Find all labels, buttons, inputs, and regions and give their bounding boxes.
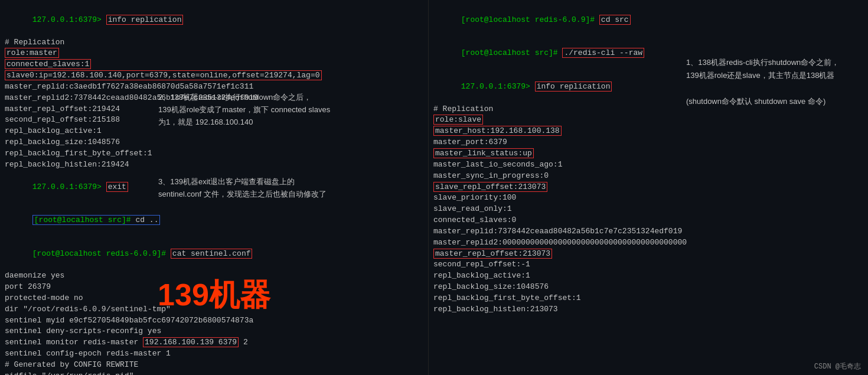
r-line-8: master_link_status:up <box>433 148 863 159</box>
prompt: 127.0.0.1:6379> <box>32 15 106 24</box>
r-line-15: master_replid:7378442ceaad80482a56b1c7e7… <box>433 226 863 237</box>
screen: 127.0.0.1:6379> info replication # Repli… <box>0 0 868 375</box>
line-12: repl_backlog_first_byte_offset:1 <box>5 148 423 159</box>
r-line-1: [root@localhost redis-6.0.9]# cd src <box>433 4 863 37</box>
line-26: pidfile "/var/run/redis.pid" <box>5 371 423 375</box>
r-cmd-1: cd src <box>599 15 631 25</box>
exit-cmd: exit <box>106 182 128 192</box>
r-cmd-2: ./redis-cli --raw <box>562 48 644 58</box>
r-prompt-1: [root@localhost redis-6.0.9]# <box>461 15 599 24</box>
r-line-18: second_repl_offset:-1 <box>433 259 863 270</box>
line-2: # Replication <box>5 37 423 48</box>
slave0: slave0:ip=192.168.100.140,port=6379,stat… <box>5 70 322 80</box>
r-prompt-2: [root@localhost src]# <box>461 48 563 57</box>
r-line-16: master_replid2:0000000000000000000000000… <box>433 237 863 249</box>
line-24: sentinel config-epoch redis-master 1 <box>5 348 423 360</box>
line-1: 127.0.0.1:6379> info replication <box>5 4 423 37</box>
r-slave-repl-offset: slave_repl_offset:213073 <box>433 182 547 192</box>
big-label: 139机器 <box>158 275 270 316</box>
r-link-status: master_link_status:up <box>433 148 534 158</box>
r-role-slave: role:slave <box>433 115 483 125</box>
r-line-12: slave_priority:100 <box>433 193 863 204</box>
r-line-7: master_port:6379 <box>433 137 863 148</box>
line-23: sentinel monitor redis-master 192.168.10… <box>5 337 423 348</box>
r-line-17: master_repl_offset:213073 <box>433 249 863 260</box>
cmd-highlight: info replication <box>106 15 184 25</box>
right-annotation: 1、138机器redis-cli执行shutdown命令之前， 139机器rol… <box>686 56 863 108</box>
annotation-2: 2、138机器redis-cli执行shutdown命令之后， 139机器rol… <box>158 92 412 128</box>
csdn-watermark: CSDN @毛奇志 <box>814 361 861 371</box>
r-line-21: repl_backlog_first_byte_offset:1 <box>433 293 863 304</box>
prompt-src: [root@localhost src]# <box>34 216 136 224</box>
r-prompt-3: 127.0.0.1:6379> <box>461 82 535 91</box>
line-3: role:master <box>5 48 423 59</box>
line-22: sentinel deny-scripts-reconfig yes <box>5 326 423 337</box>
role-master: role:master <box>5 48 59 58</box>
line-13: repl_backlog_histlen:219424 <box>5 159 423 171</box>
monitor-ip: 192.168.100.139 6379 <box>143 337 239 347</box>
cat-sentinel: cat sentinel.conf <box>171 249 253 259</box>
r-line-9: master_last_io_seconds_ago:1 <box>433 159 863 171</box>
right-terminal: [root@localhost redis-6.0.9]# cd src [ro… <box>428 0 868 375</box>
line-15: [root@localhost src]# cd .. <box>5 204 423 237</box>
line-25: # Generated by CONFIG REWRITE <box>5 360 423 371</box>
left-terminal: 127.0.0.1:6379> info replication # Repli… <box>0 0 428 375</box>
r-line-5: role:slave <box>433 115 863 126</box>
prompt-redis: [root@localhost redis-6.0.9]# <box>32 249 171 258</box>
r-line-13: slave_read_only:1 <box>433 204 863 215</box>
line-16: [root@localhost redis-6.0.9]# cat sentin… <box>5 237 423 271</box>
prompt-exit: 127.0.0.1:6379> <box>32 182 106 191</box>
r-line-11: slave_repl_offset:213073 <box>433 182 863 193</box>
r-line-14: connected_slaves:0 <box>433 215 863 226</box>
r-line-19: repl_backlog_active:1 <box>433 270 863 282</box>
connected-slaves: connected_slaves:1 <box>5 59 91 69</box>
line-11: repl_backlog_size:1048576 <box>5 137 423 148</box>
line-5: slave0:ip=192.168.100.140,port=6379,stat… <box>5 70 423 81</box>
r-master-repl-offset: master_repl_offset:213073 <box>433 249 552 259</box>
r-master-host: master_host:192.168.100.138 <box>433 126 562 136</box>
cd-dotdot: [root@localhost src]# cd .. <box>32 215 161 225</box>
r-cmd-3: info replication <box>535 81 612 92</box>
line-21: sentinel myid e9cf527054849bab5fcc697420… <box>5 315 423 327</box>
r-line-6: master_host:192.168.100.138 <box>433 126 863 137</box>
r-line-10: master_sync_in_progress:0 <box>433 171 863 182</box>
r-line-22: repl_backlog_histlen:213073 <box>433 304 863 315</box>
r-line-20: repl_backlog_size:1048576 <box>433 282 863 293</box>
line-6: master_replid:c3aedb1f7627a38eab86870d5a… <box>5 81 423 93</box>
annotation-3: 3、139机器exit退出客户端查看磁盘上的 sentinel.conf 文件，… <box>158 176 424 201</box>
line-4: connected_slaves:1 <box>5 59 423 70</box>
